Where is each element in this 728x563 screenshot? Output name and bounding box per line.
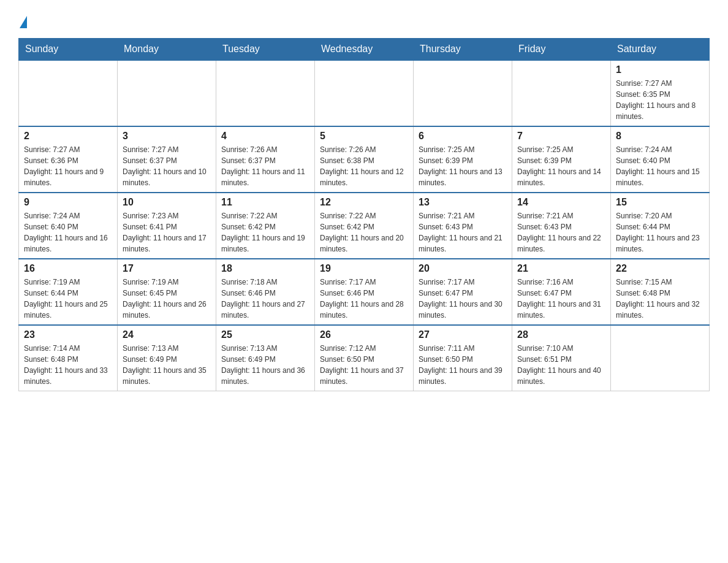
- calendar-cell: [414, 60, 512, 126]
- logo: [18, 12, 28, 32]
- day-info: Sunrise: 7:21 AM Sunset: 6:43 PM Dayligh…: [517, 210, 605, 255]
- day-info: Sunrise: 7:19 AM Sunset: 6:45 PM Dayligh…: [123, 277, 211, 321]
- calendar-cell: 15Sunrise: 7:20 AM Sunset: 6:44 PM Dayli…: [611, 193, 710, 259]
- calendar-cell: 5Sunrise: 7:26 AM Sunset: 6:38 PM Daylig…: [315, 126, 414, 193]
- day-number: 22: [616, 263, 704, 274]
- week-row-2: 2Sunrise: 7:27 AM Sunset: 6:36 PM Daylig…: [19, 126, 710, 193]
- calendar-cell: 2Sunrise: 7:27 AM Sunset: 6:36 PM Daylig…: [19, 126, 118, 193]
- day-number: 24: [123, 329, 211, 340]
- weekday-header-tuesday: Tuesday: [216, 39, 315, 61]
- calendar-cell: [611, 325, 710, 391]
- day-number: 12: [320, 197, 408, 208]
- calendar-table: SundayMondayTuesdayWednesdayThursdayFrid…: [18, 38, 710, 391]
- calendar-cell: 25Sunrise: 7:13 AM Sunset: 6:49 PM Dayli…: [216, 325, 315, 391]
- day-number: 21: [517, 263, 605, 274]
- calendar-cell: [216, 60, 315, 126]
- day-number: 5: [320, 131, 408, 142]
- calendar-cell: 8Sunrise: 7:24 AM Sunset: 6:40 PM Daylig…: [611, 126, 710, 193]
- day-info: Sunrise: 7:24 AM Sunset: 6:40 PM Dayligh…: [616, 144, 704, 188]
- day-info: Sunrise: 7:22 AM Sunset: 6:42 PM Dayligh…: [221, 210, 309, 255]
- day-number: 3: [123, 131, 211, 142]
- calendar-cell: [118, 60, 216, 126]
- calendar-cell: 9Sunrise: 7:24 AM Sunset: 6:40 PM Daylig…: [19, 193, 118, 259]
- logo-triangle-icon: [20, 16, 27, 28]
- calendar-cell: [19, 60, 118, 126]
- weekday-header-thursday: Thursday: [414, 39, 512, 61]
- week-row-1: 1Sunrise: 7:27 AM Sunset: 6:35 PM Daylig…: [19, 60, 710, 126]
- day-info: Sunrise: 7:19 AM Sunset: 6:44 PM Dayligh…: [24, 277, 112, 321]
- day-number: 10: [123, 197, 211, 208]
- day-info: Sunrise: 7:25 AM Sunset: 6:39 PM Dayligh…: [419, 144, 507, 188]
- calendar-cell: [315, 60, 414, 126]
- weekday-header-sunday: Sunday: [19, 39, 118, 61]
- weekday-header-monday: Monday: [118, 39, 216, 61]
- day-info: Sunrise: 7:13 AM Sunset: 6:49 PM Dayligh…: [123, 343, 211, 387]
- day-number: 9: [24, 197, 112, 208]
- calendar-cell: 20Sunrise: 7:17 AM Sunset: 6:47 PM Dayli…: [414, 259, 512, 325]
- day-number: 20: [419, 263, 507, 274]
- calendar-cell: 13Sunrise: 7:21 AM Sunset: 6:43 PM Dayli…: [414, 193, 512, 259]
- weekday-header-saturday: Saturday: [611, 39, 710, 61]
- day-info: Sunrise: 7:13 AM Sunset: 6:49 PM Dayligh…: [221, 343, 309, 387]
- calendar-cell: [512, 60, 611, 126]
- calendar-cell: 17Sunrise: 7:19 AM Sunset: 6:45 PM Dayli…: [118, 259, 216, 325]
- day-info: Sunrise: 7:11 AM Sunset: 6:50 PM Dayligh…: [419, 343, 507, 387]
- calendar-cell: 27Sunrise: 7:11 AM Sunset: 6:50 PM Dayli…: [414, 325, 512, 391]
- day-info: Sunrise: 7:24 AM Sunset: 6:40 PM Dayligh…: [24, 210, 112, 255]
- calendar-cell: 21Sunrise: 7:16 AM Sunset: 6:47 PM Dayli…: [512, 259, 611, 325]
- calendar-cell: 28Sunrise: 7:10 AM Sunset: 6:51 PM Dayli…: [512, 325, 611, 391]
- day-info: Sunrise: 7:27 AM Sunset: 6:37 PM Dayligh…: [123, 144, 211, 188]
- day-number: 26: [320, 329, 408, 340]
- calendar-cell: 1Sunrise: 7:27 AM Sunset: 6:35 PM Daylig…: [611, 60, 710, 126]
- calendar-cell: 23Sunrise: 7:14 AM Sunset: 6:48 PM Dayli…: [19, 325, 118, 391]
- day-info: Sunrise: 7:20 AM Sunset: 6:44 PM Dayligh…: [616, 210, 704, 255]
- day-number: 28: [517, 329, 605, 340]
- day-info: Sunrise: 7:16 AM Sunset: 6:47 PM Dayligh…: [517, 277, 605, 321]
- calendar-cell: 7Sunrise: 7:25 AM Sunset: 6:39 PM Daylig…: [512, 126, 611, 193]
- calendar-cell: 10Sunrise: 7:23 AM Sunset: 6:41 PM Dayli…: [118, 193, 216, 259]
- calendar-cell: 19Sunrise: 7:17 AM Sunset: 6:46 PM Dayli…: [315, 259, 414, 325]
- weekday-header-friday: Friday: [512, 39, 611, 61]
- page-header: [18, 12, 710, 32]
- calendar-cell: 12Sunrise: 7:22 AM Sunset: 6:42 PM Dayli…: [315, 193, 414, 259]
- day-info: Sunrise: 7:21 AM Sunset: 6:43 PM Dayligh…: [419, 210, 507, 255]
- calendar-cell: 16Sunrise: 7:19 AM Sunset: 6:44 PM Dayli…: [19, 259, 118, 325]
- day-number: 1: [616, 64, 704, 75]
- calendar-cell: 14Sunrise: 7:21 AM Sunset: 6:43 PM Dayli…: [512, 193, 611, 259]
- day-info: Sunrise: 7:14 AM Sunset: 6:48 PM Dayligh…: [24, 343, 112, 387]
- day-number: 6: [419, 131, 507, 142]
- week-row-5: 23Sunrise: 7:14 AM Sunset: 6:48 PM Dayli…: [19, 325, 710, 391]
- weekday-header-wednesday: Wednesday: [315, 39, 414, 61]
- calendar-cell: 11Sunrise: 7:22 AM Sunset: 6:42 PM Dayli…: [216, 193, 315, 259]
- day-info: Sunrise: 7:15 AM Sunset: 6:48 PM Dayligh…: [616, 277, 704, 321]
- day-info: Sunrise: 7:26 AM Sunset: 6:38 PM Dayligh…: [320, 144, 408, 188]
- day-number: 14: [517, 197, 605, 208]
- calendar-cell: 24Sunrise: 7:13 AM Sunset: 6:49 PM Dayli…: [118, 325, 216, 391]
- day-info: Sunrise: 7:18 AM Sunset: 6:46 PM Dayligh…: [221, 277, 309, 321]
- day-number: 27: [419, 329, 507, 340]
- day-info: Sunrise: 7:17 AM Sunset: 6:47 PM Dayligh…: [419, 277, 507, 321]
- day-info: Sunrise: 7:10 AM Sunset: 6:51 PM Dayligh…: [517, 343, 605, 387]
- day-number: 2: [24, 131, 112, 142]
- day-number: 15: [616, 197, 704, 208]
- day-number: 4: [221, 131, 309, 142]
- weekday-header-row: SundayMondayTuesdayWednesdayThursdayFrid…: [19, 39, 710, 61]
- calendar-cell: 26Sunrise: 7:12 AM Sunset: 6:50 PM Dayli…: [315, 325, 414, 391]
- day-number: 17: [123, 263, 211, 274]
- day-info: Sunrise: 7:26 AM Sunset: 6:37 PM Dayligh…: [221, 144, 309, 188]
- calendar-cell: 18Sunrise: 7:18 AM Sunset: 6:46 PM Dayli…: [216, 259, 315, 325]
- day-number: 25: [221, 329, 309, 340]
- day-number: 7: [517, 131, 605, 142]
- day-number: 13: [419, 197, 507, 208]
- day-info: Sunrise: 7:22 AM Sunset: 6:42 PM Dayligh…: [320, 210, 408, 255]
- week-row-3: 9Sunrise: 7:24 AM Sunset: 6:40 PM Daylig…: [19, 193, 710, 259]
- day-info: Sunrise: 7:25 AM Sunset: 6:39 PM Dayligh…: [517, 144, 605, 188]
- day-info: Sunrise: 7:27 AM Sunset: 6:35 PM Dayligh…: [616, 78, 704, 122]
- day-info: Sunrise: 7:12 AM Sunset: 6:50 PM Dayligh…: [320, 343, 408, 387]
- day-info: Sunrise: 7:23 AM Sunset: 6:41 PM Dayligh…: [123, 210, 211, 255]
- calendar-cell: 6Sunrise: 7:25 AM Sunset: 6:39 PM Daylig…: [414, 126, 512, 193]
- day-number: 19: [320, 263, 408, 274]
- day-number: 8: [616, 131, 704, 142]
- day-number: 23: [24, 329, 112, 340]
- calendar-cell: 4Sunrise: 7:26 AM Sunset: 6:37 PM Daylig…: [216, 126, 315, 193]
